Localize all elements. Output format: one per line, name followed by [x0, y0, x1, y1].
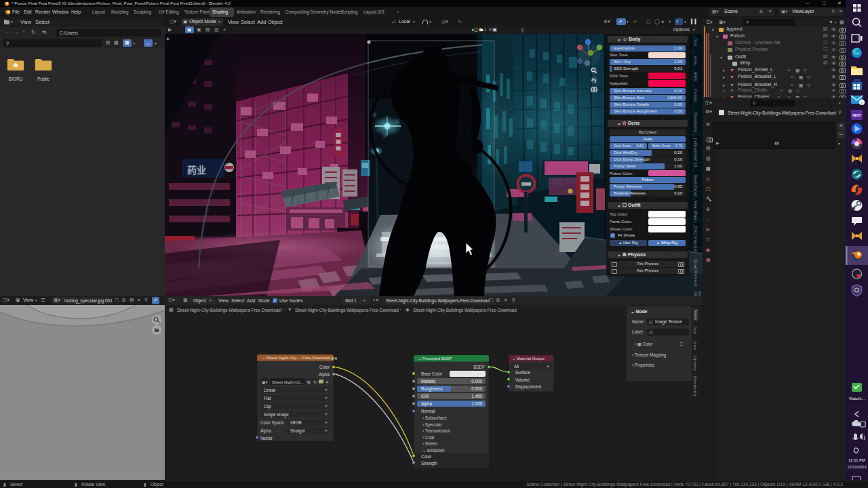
svg-text:IOR: IOR	[421, 394, 429, 399]
svg-text:↻: ↻	[313, 380, 317, 384]
svg-text:0.000: 0.000	[471, 379, 482, 384]
svg-text:Flat: Flat	[264, 396, 271, 401]
svg-text:⌄ Street-Night-City-...-Free-D: ⌄ Street-Night-City-...-Free-Download.jp…	[262, 356, 337, 360]
svg-text:Color Space: Color Space	[260, 420, 284, 426]
svg-text:Volume: Volume	[515, 378, 530, 382]
svg-text:Color: Color	[319, 365, 330, 369]
svg-text:▣▾: ▣▾	[262, 380, 268, 384]
svg-text:NEXT: NEXT	[852, 114, 861, 117]
svg-text:Single Image: Single Image	[264, 412, 289, 418]
svg-text:Strength: Strength	[421, 461, 437, 466]
svg-text:Alpha: Alpha	[260, 428, 272, 434]
svg-text:Surface: Surface	[515, 370, 530, 375]
svg-text:› Transmission: › Transmission	[422, 428, 450, 433]
svg-text:› Coat: › Coat	[422, 435, 434, 440]
svg-text:Linear: Linear	[264, 388, 276, 392]
svg-text:⌄ Principled BSDF: ⌄ Principled BSDF	[418, 357, 452, 361]
svg-text:⌄ Emission: ⌄ Emission	[422, 448, 445, 453]
svg-text:Displacement: Displacement	[515, 384, 541, 390]
svg-text:Metallic: Metallic	[421, 379, 435, 384]
svg-text:BSDF: BSDF	[473, 365, 485, 369]
svg-text:All: All	[514, 364, 519, 369]
svg-text:0.500: 0.500	[471, 386, 482, 391]
svg-text:Alpha: Alpha	[421, 401, 433, 407]
svg-text:Normal: Normal	[421, 409, 435, 413]
svg-text:› Sheen: › Sheen	[422, 441, 438, 446]
svg-text:Straight: Straight	[290, 428, 305, 434]
svg-text:› Subsurface: › Subsurface	[422, 415, 447, 420]
svg-text:Alpha: Alpha	[319, 372, 330, 378]
svg-text:Vector: Vector	[260, 436, 273, 441]
svg-text:Clip: Clip	[264, 404, 271, 409]
svg-text:⌄ Material Output: ⌄ Material Output	[512, 357, 545, 361]
svg-text:› Specular: › Specular	[422, 422, 442, 428]
svg-text:1.000: 1.000	[471, 401, 482, 406]
svg-text:✕: ✕	[326, 380, 329, 384]
svg-text:sRGB: sRGB	[290, 420, 302, 425]
svg-text:Color: Color	[421, 454, 431, 459]
svg-text:⧉: ⧉	[307, 380, 311, 384]
svg-text:Roughness: Roughness	[421, 386, 443, 392]
svg-text:Base Color: Base Color	[421, 371, 442, 376]
svg-text:Street-Night-Cit...: Street-Night-Cit...	[272, 380, 304, 384]
svg-text:1.450: 1.450	[471, 394, 482, 399]
